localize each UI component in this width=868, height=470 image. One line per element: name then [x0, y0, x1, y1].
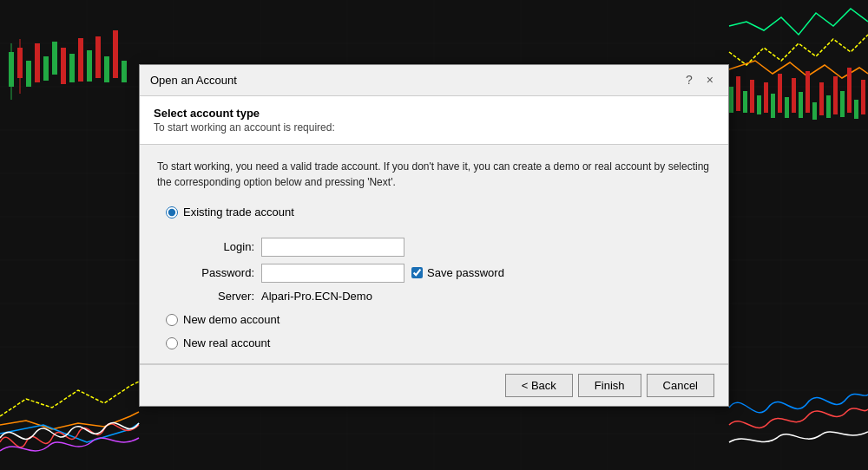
- dialog-body: To start working, you need a valid trade…: [140, 145, 728, 363]
- radio-demo[interactable]: New demo account: [166, 313, 711, 326]
- password-label: Password:: [185, 266, 254, 279]
- password-row: Password: Save password: [185, 264, 711, 283]
- help-button[interactable]: ?: [681, 72, 697, 88]
- server-value: Alpari-Pro.ECN-Demo: [261, 290, 372, 303]
- header-title: Select account type: [154, 107, 714, 120]
- radio-real[interactable]: New real account: [166, 336, 711, 349]
- cancel-button[interactable]: Cancel: [647, 374, 714, 397]
- login-row: Login:: [185, 238, 711, 257]
- radio-existing-input[interactable]: [166, 206, 178, 219]
- save-password-label[interactable]: Save password: [427, 266, 504, 279]
- back-button[interactable]: < Back: [505, 374, 573, 397]
- dialog-header: Select account type To start working an …: [140, 96, 728, 145]
- radio-group: Existing trade account Login: Password:: [157, 206, 711, 349]
- close-button[interactable]: ×: [702, 72, 718, 88]
- password-input[interactable]: [261, 264, 404, 283]
- login-input[interactable]: [261, 238, 404, 257]
- open-account-dialog: Open an Account ? × Select account type …: [139, 64, 729, 407]
- radio-existing[interactable]: Existing trade account: [166, 206, 711, 219]
- server-row: Server: Alpari-Pro.ECN-Demo: [185, 290, 711, 303]
- dialog-titlebar: Open an Account ? ×: [140, 65, 728, 96]
- radio-existing-label[interactable]: Existing trade account: [183, 206, 294, 219]
- dialog-backdrop: Open an Account ? × Select account type …: [0, 0, 868, 470]
- server-label: Server:: [185, 290, 254, 303]
- radio-demo-input[interactable]: [166, 314, 178, 326]
- radio-demo-label[interactable]: New demo account: [183, 313, 279, 326]
- login-label: Login:: [185, 240, 254, 253]
- dialog-title: Open an Account: [150, 74, 237, 87]
- save-password-row: Save password: [411, 266, 504, 279]
- info-text: To start working, you need a valid trade…: [157, 159, 711, 190]
- save-password-checkbox[interactable]: [411, 267, 423, 278]
- titlebar-actions: ? ×: [681, 72, 718, 88]
- radio-real-input[interactable]: [166, 337, 178, 349]
- finish-button[interactable]: Finish: [578, 374, 641, 397]
- dialog-footer: < Back Finish Cancel: [140, 364, 728, 406]
- radio-real-label[interactable]: New real account: [183, 336, 270, 349]
- account-fields: Login: Password: Save password: [166, 238, 711, 303]
- header-subtitle: To start working an account is required:: [154, 121, 714, 134]
